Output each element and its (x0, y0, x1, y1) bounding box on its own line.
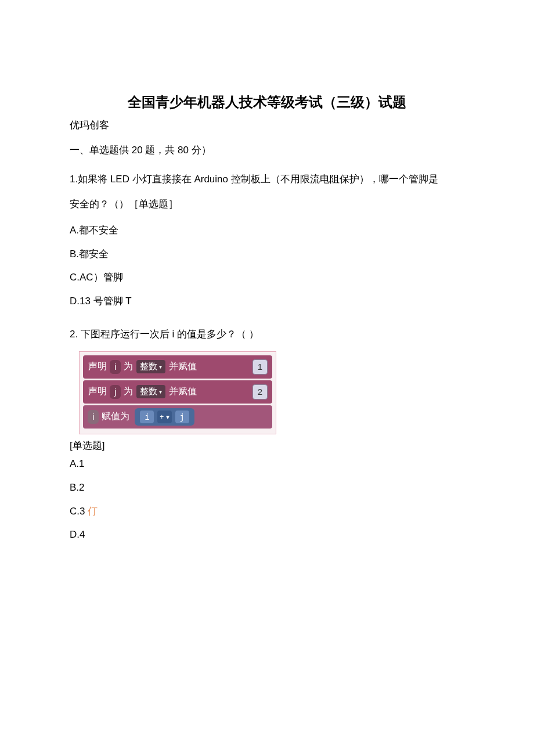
var-j-chip: j (110, 385, 121, 399)
var-i-chip-2: i (88, 410, 99, 424)
q2-text: 2. 下图程序运行一次后 i 的值是多少？（ ） (70, 327, 464, 341)
code-row-2: 声明 j 为 整数▾ 并赋值 2 (83, 380, 272, 404)
expr-var-j: j (175, 411, 189, 423)
dropdown-caret-icon-2: ▾ (159, 388, 162, 395)
q2-option-b: B.2 (70, 476, 464, 500)
q2-option-c: C.3 仃 (70, 500, 464, 524)
q1-line2: 安全的？（）［单选题］ (70, 193, 464, 215)
as-label: 为 (124, 361, 133, 373)
q2-option-d: D.4 (70, 523, 464, 547)
plus-operator-dropdown: + ▾ (157, 411, 171, 423)
expression-block: i + ▾ j (135, 408, 194, 426)
assign-label-2: 并赋值 (169, 386, 197, 398)
declare-label-2: 声明 (88, 386, 107, 398)
q2-option-a: A.1 (70, 452, 464, 476)
code-row-1: 声明 i 为 整数▾ 并赋值 1 (83, 355, 272, 379)
expr-var-i: i (140, 411, 154, 423)
correct-mark: 仃 (88, 506, 98, 517)
code-block-image: 声明 i 为 整数▾ 并赋值 1 声明 j 为 整数▾ 并赋值 2 i 赋值为 … (79, 351, 276, 434)
page-title: 全国青少年机器人技术等级考试（三级）试题 (70, 93, 464, 111)
assign-label: 并赋值 (169, 361, 197, 373)
q1-option-a: A.都不安全 (70, 219, 464, 243)
declare-label: 声明 (88, 361, 107, 373)
q2-single-label: [单选题] (70, 439, 464, 452)
type-int-dropdown: 整数▾ (136, 360, 165, 373)
subtitle: 优玛创客 (70, 118, 464, 132)
code-row-3: i 赋值为 i + ▾ j (83, 405, 272, 429)
section-header: 一、单选题供 20 题，共 80 分） (70, 143, 464, 157)
dropdown-caret-icon: ▾ (159, 363, 162, 370)
q1-option-d: D.13 号管脚 T (70, 290, 464, 314)
set-to-label: 赋值为 (102, 411, 129, 423)
value-1-slot: 1 (252, 359, 268, 375)
as-label-2: 为 (124, 386, 133, 398)
q1-option-b: B.都安全 (70, 243, 464, 267)
var-i-chip: i (110, 360, 121, 374)
q1-line1: 1.如果将 LED 小灯直接接在 Arduino 控制板上（不用限流电阻保护），… (70, 168, 464, 190)
q1-option-c: C.AC）管脚 (70, 266, 464, 290)
value-2-slot: 2 (252, 384, 268, 399)
type-int-dropdown-2: 整数▾ (136, 385, 165, 398)
